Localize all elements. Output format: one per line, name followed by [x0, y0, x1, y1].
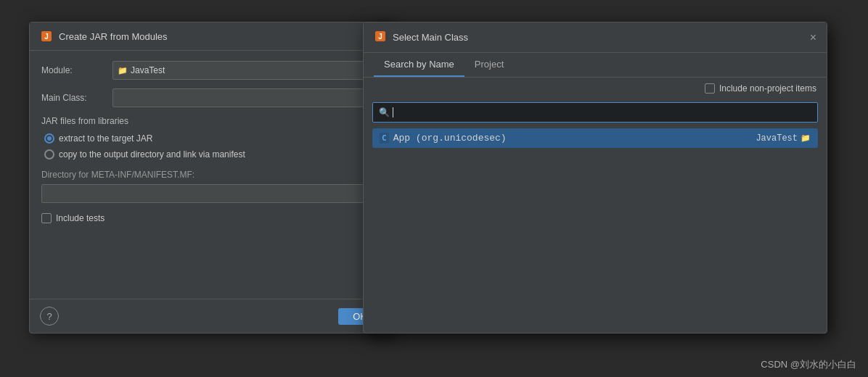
- jar-title-icon: J: [40, 30, 53, 43]
- help-button[interactable]: ?: [40, 307, 59, 326]
- result-module-icon: 📁: [801, 133, 811, 143]
- radio-row-1[interactable]: extract to the target JAR: [44, 133, 380, 144]
- radio-extract-label: extract to the target JAR: [59, 133, 152, 144]
- search-cursor: [393, 107, 393, 117]
- search-row: 🔍: [364, 99, 827, 125]
- result-module-name: JavaTest: [756, 133, 798, 144]
- include-tests-row[interactable]: Include tests: [41, 213, 380, 223]
- jar-dialog-footer: ? OK: [30, 299, 391, 333]
- jar-section-header: JAR files from libraries: [41, 116, 380, 126]
- watermark: CSDN @刘水的小白白: [761, 358, 856, 371]
- tabs-row: Search by Name Project: [364, 53, 827, 78]
- jar-dialog-body: Module: 📁 JavaTest Main Class: JAR files…: [30, 51, 391, 244]
- tab-search-by-name[interactable]: Search by Name: [374, 53, 464, 77]
- jar-dialog: J Create JAR from Modules Module: 📁 Java…: [29, 22, 392, 334]
- result-module: JavaTest 📁: [756, 133, 811, 144]
- svg-text:J: J: [378, 33, 382, 41]
- main-class-title-icon: J: [374, 30, 387, 45]
- main-class-label: Main Class:: [41, 93, 107, 103]
- main-class-title-left: J Select Main Class: [374, 30, 468, 45]
- jar-dialog-title: Create JAR from Modules: [59, 31, 168, 42]
- main-class-row: Main Class:: [41, 88, 380, 107]
- class-icon: C: [380, 133, 389, 144]
- radio-row-2[interactable]: copy to the output directory and link vi…: [44, 149, 380, 160]
- search-box[interactable]: 🔍: [372, 102, 818, 123]
- dir-label: Directory for META-INF/MANIFEST.MF:: [41, 170, 380, 180]
- main-class-title: Select Main Class: [393, 32, 468, 43]
- main-class-titlebar: J Select Main Class ×: [364, 22, 827, 53]
- result-item[interactable]: C App (org.unicodesec) JavaTest 📁: [372, 128, 818, 148]
- module-folder-icon: 📁: [118, 66, 128, 75]
- svg-text:J: J: [44, 33, 49, 41]
- dir-input[interactable]: [41, 184, 380, 203]
- module-label: Module:: [41, 65, 107, 75]
- result-left: C App (org.unicodesec): [380, 133, 507, 144]
- main-class-input[interactable]: [112, 88, 380, 107]
- radio-group: extract to the target JAR copy to the ou…: [44, 133, 380, 160]
- radio-copy[interactable]: [44, 149, 54, 160]
- main-class-dialog: J Select Main Class × Search by Name Pro…: [363, 22, 827, 334]
- include-tests-checkbox[interactable]: [41, 213, 52, 223]
- module-value: JavaTest: [131, 65, 165, 75]
- radio-extract[interactable]: [44, 133, 54, 144]
- include-non-project-label: Include non-project items: [719, 83, 816, 94]
- jar-dialog-titlebar: J Create JAR from Modules: [30, 22, 391, 51]
- result-name: App (org.unicodesec): [393, 133, 507, 144]
- tab-project[interactable]: Project: [464, 53, 514, 77]
- module-row: Module: 📁 JavaTest: [41, 61, 380, 80]
- results-list: C App (org.unicodesec) JavaTest 📁: [364, 128, 827, 148]
- close-button[interactable]: ×: [810, 32, 816, 44]
- include-tests-label: Include tests: [56, 213, 105, 223]
- options-row: Include non-project items: [364, 78, 827, 99]
- module-input[interactable]: 📁 JavaTest: [112, 61, 380, 80]
- search-icon: 🔍: [379, 107, 390, 117]
- include-non-project-checkbox[interactable]: [705, 83, 715, 94]
- dialog-area: J Create JAR from Modules Module: 📁 Java…: [29, 22, 827, 341]
- radio-copy-label: copy to the output directory and link vi…: [59, 149, 245, 160]
